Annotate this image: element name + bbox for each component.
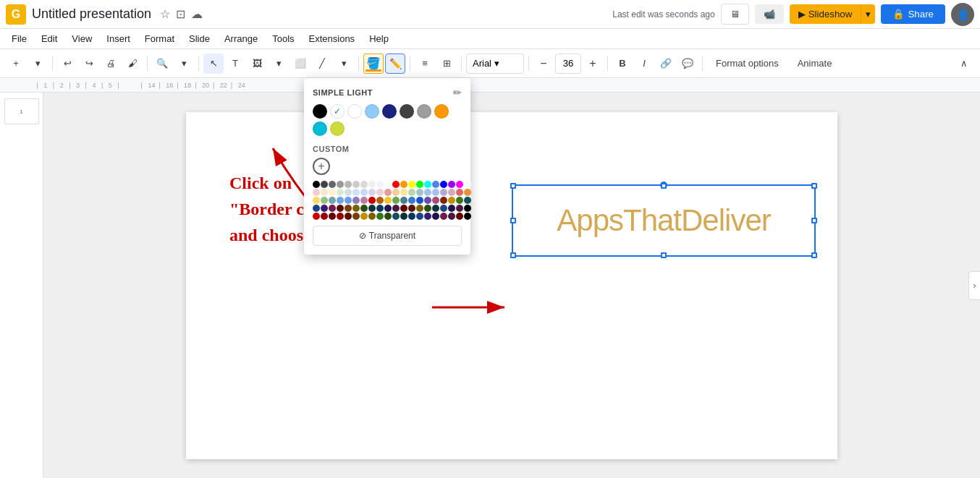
color-cell-37[interactable] — [448, 189, 455, 196]
color-cell-73[interactable] — [416, 205, 423, 212]
format-options-button[interactable]: Format options — [707, 54, 787, 74]
menu-tools[interactable]: Tools — [266, 30, 300, 47]
transparent-button[interactable]: ⊘ Transparent — [313, 226, 462, 246]
color-cell-16[interactable] — [440, 181, 447, 188]
color-cell-72[interactable] — [408, 205, 415, 212]
undo-button[interactable]: ↩ — [57, 54, 77, 74]
simple-color-orange[interactable] — [434, 104, 449, 119]
right-panel-toggle[interactable]: › — [968, 271, 980, 300]
color-cell-74[interactable] — [424, 205, 431, 212]
color-cell-63[interactable] — [337, 205, 344, 212]
color-cell-22[interactable] — [329, 189, 336, 196]
color-cell-20[interactable] — [313, 189, 320, 196]
color-cell-96[interactable] — [440, 213, 447, 220]
handle-bottom-middle[interactable] — [661, 252, 667, 258]
color-cell-83[interactable] — [337, 213, 344, 220]
color-cell-91[interactable] — [400, 213, 407, 220]
handle-bottom-left[interactable] — [510, 252, 516, 258]
menu-extensions[interactable]: Extensions — [303, 30, 361, 47]
align-button[interactable]: ≡ — [415, 54, 435, 74]
color-cell-58[interactable] — [456, 197, 463, 204]
drive-icon[interactable]: ⊡ — [176, 7, 185, 21]
color-cell-30[interactable] — [392, 189, 400, 196]
meet-button[interactable]: 📹 — [755, 4, 784, 24]
color-cell-66[interactable] — [360, 205, 368, 212]
color-cell-11[interactable] — [400, 181, 407, 188]
menu-view[interactable]: View — [66, 30, 98, 47]
color-cell-6[interactable] — [360, 181, 368, 188]
color-cell-93[interactable] — [416, 213, 423, 220]
color-cell-10[interactable] — [392, 181, 400, 188]
text-tool[interactable]: T — [225, 54, 245, 74]
animate-button[interactable]: Animate — [789, 54, 841, 74]
color-cell-81[interactable] — [321, 213, 328, 220]
handle-top-middle[interactable] — [661, 183, 667, 189]
color-cell-84[interactable] — [345, 213, 352, 220]
share-button[interactable]: 🔒 Share — [881, 4, 945, 24]
border-color-button[interactable]: ✏️ — [385, 54, 405, 74]
color-cell-28[interactable] — [376, 189, 384, 196]
color-cell-15[interactable] — [432, 181, 439, 188]
color-cell-38[interactable] — [456, 189, 463, 196]
menu-file[interactable]: File — [6, 30, 33, 47]
menu-format[interactable]: Format — [139, 30, 180, 47]
zoom-dropdown[interactable]: ▾ — [174, 54, 194, 74]
color-cell-41[interactable] — [321, 197, 328, 204]
color-cell-5[interactable] — [352, 181, 360, 188]
color-cell-18[interactable] — [456, 181, 463, 188]
image-dropdown[interactable]: ▾ — [269, 54, 289, 74]
shape-tool[interactable]: ⬜ — [290, 54, 311, 74]
color-cell-69[interactable] — [384, 205, 392, 212]
menu-help[interactable]: Help — [363, 30, 394, 47]
color-cell-89[interactable] — [384, 213, 392, 220]
simple-color-empty[interactable] — [347, 104, 362, 119]
line-dropdown[interactable]: ▾ — [334, 54, 354, 74]
font-size-decrease[interactable]: − — [533, 54, 554, 74]
color-cell-24[interactable] — [345, 189, 352, 196]
color-cell-27[interactable] — [368, 189, 376, 196]
handle-top-left[interactable] — [510, 183, 516, 189]
color-cell-87[interactable] — [368, 213, 376, 220]
color-cell-78[interactable] — [456, 205, 463, 212]
color-cell-46[interactable] — [360, 197, 368, 204]
color-cell-1[interactable] — [321, 181, 328, 188]
color-cell-68[interactable] — [376, 205, 384, 212]
color-cell-32[interactable] — [408, 189, 415, 196]
simple-color-lime[interactable] — [330, 121, 345, 136]
color-cell-79[interactable] — [464, 205, 471, 212]
color-cell-70[interactable] — [392, 205, 400, 212]
align-cols-button[interactable]: ⊞ — [436, 54, 457, 74]
color-cell-60[interactable] — [313, 205, 320, 212]
color-cell-51[interactable] — [400, 197, 407, 204]
color-cell-34[interactable] — [424, 189, 431, 196]
color-cell-4[interactable] — [345, 181, 352, 188]
slideshow-dropdown-button[interactable]: ▾ — [861, 4, 875, 24]
color-cell-0[interactable] — [313, 181, 320, 188]
color-cell-64[interactable] — [345, 205, 352, 212]
color-cell-33[interactable] — [416, 189, 423, 196]
color-cell-2[interactable] — [329, 181, 336, 188]
zoom-button[interactable]: 🔍 — [152, 54, 172, 74]
simple-color-black[interactable] — [313, 104, 327, 119]
color-cell-92[interactable] — [408, 213, 415, 220]
color-cell-43[interactable] — [337, 197, 344, 204]
color-cell-3[interactable] — [337, 181, 344, 188]
star-icon[interactable]: ☆ — [160, 7, 170, 21]
color-cell-49[interactable] — [384, 197, 392, 204]
color-cell-45[interactable] — [352, 197, 360, 204]
select-tool[interactable]: ↖ — [203, 54, 224, 74]
color-cell-76[interactable] — [440, 205, 447, 212]
paint-format-button[interactable]: 🖌 — [122, 54, 143, 74]
add-custom-color-button[interactable]: + — [313, 158, 330, 175]
color-cell-13[interactable] — [416, 181, 423, 188]
color-cell-12[interactable] — [408, 181, 415, 188]
color-cell-67[interactable] — [368, 205, 376, 212]
color-cell-44[interactable] — [345, 197, 352, 204]
simple-color-white[interactable] — [330, 104, 345, 119]
document-title[interactable]: Untitled presentation — [32, 7, 151, 22]
menu-arrange[interactable]: Arrange — [219, 30, 263, 47]
slide-thumbnail-1[interactable]: 1 — [4, 98, 39, 124]
color-cell-35[interactable] — [432, 189, 439, 196]
print-button[interactable]: 🖨 — [101, 54, 121, 74]
color-cell-59[interactable] — [464, 197, 471, 204]
